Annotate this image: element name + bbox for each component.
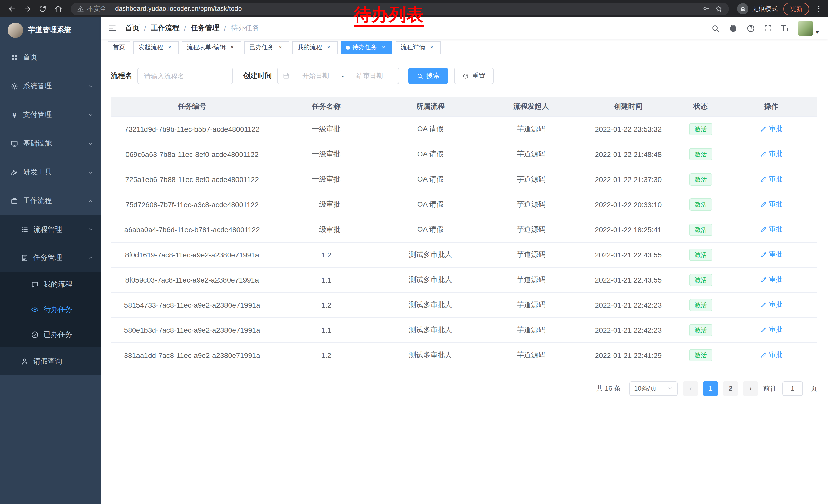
close-icon[interactable]: × — [277, 44, 284, 51]
sidebar-item-process-management[interactable]: 流程管理 — [0, 215, 100, 243]
close-icon[interactable]: × — [428, 44, 436, 51]
chevron-up-icon — [88, 255, 93, 261]
github-link[interactable] — [729, 24, 738, 33]
user-menu[interactable]: ▼ — [798, 20, 820, 36]
prev-page-button[interactable]: ‹ — [683, 381, 698, 396]
edit-icon — [760, 126, 767, 132]
font-size-button[interactable]: TT — [781, 24, 789, 32]
sidebar-item-infrastructure[interactable]: 基础设施 — [0, 129, 100, 158]
sidebar-item-label: 请假查询 — [33, 357, 62, 366]
address-bar[interactable]: 不安全 dashboard.yudao.iocoder.cn/bpm/task/… — [71, 2, 729, 15]
table-row: 069c6a63-7b8a-11ec-8ef0-acde48001122 一级审… — [111, 141, 817, 167]
home-icon — [54, 4, 62, 13]
sidebar-toggle-button[interactable] — [108, 24, 117, 33]
reset-button[interactable]: 重置 — [454, 68, 494, 84]
approve-button[interactable]: 审批 — [760, 325, 782, 334]
goto-page-input[interactable] — [782, 381, 803, 396]
search-button-label: 搜索 — [426, 71, 440, 81]
caret-down-icon: ▼ — [815, 30, 820, 35]
approve-button[interactable]: 审批 — [760, 175, 782, 184]
status-badge: 激活 — [690, 223, 712, 236]
edit-icon — [760, 176, 767, 183]
bookmark-button[interactable] — [715, 5, 723, 13]
col-header-task-id: 任务编号 — [111, 97, 273, 117]
approve-button[interactable]: 审批 — [760, 124, 782, 134]
password-key-button[interactable] — [702, 5, 710, 13]
approve-button[interactable]: 审批 — [760, 149, 782, 159]
home-button[interactable] — [51, 2, 65, 15]
cell-created: 2022-01-21 22:42:23 — [580, 317, 676, 342]
process-name-input[interactable] — [137, 68, 233, 84]
cell-created: 2022-01-22 21:37:30 — [580, 167, 676, 192]
cell-task-name: 一级审批 — [273, 117, 379, 141]
breadcrumb-workflow[interactable]: 工作流程 — [151, 24, 179, 33]
tab-my-process[interactable]: 我的流程 × — [292, 41, 338, 54]
breadcrumb-task-management[interactable]: 任务管理 — [191, 24, 219, 33]
approve-button[interactable]: 审批 — [760, 351, 782, 360]
app-logo[interactable]: 芋道管理系统 — [0, 17, 100, 43]
security-indicator[interactable]: 不安全 — [77, 4, 107, 13]
refresh-button[interactable] — [36, 2, 49, 15]
sidebar-item-dev-tools[interactable]: 研发工具 — [0, 158, 100, 187]
sidebar-item-leave-query[interactable]: 请假查询 — [0, 347, 100, 375]
close-icon[interactable]: × — [325, 44, 332, 51]
back-button[interactable] — [5, 2, 18, 15]
tab-launch-process[interactable]: 发起流程 × — [133, 41, 178, 54]
sidebar-item-task-management[interactable]: 任务管理 — [0, 243, 100, 272]
approve-button[interactable]: 审批 — [760, 225, 782, 234]
col-header-task-name: 任务名称 — [273, 97, 379, 117]
approve-button[interactable]: 审批 — [760, 200, 782, 209]
edit-icon — [760, 352, 767, 358]
gear-icon — [10, 82, 18, 90]
edit-icon — [760, 226, 767, 233]
table-row: 58154733-7ac8-11ec-a9e2-a2380e71991a 1.2… — [111, 292, 817, 317]
header-search-button[interactable] — [711, 24, 720, 33]
font-size-icon: T — [781, 24, 786, 32]
cell-task-id: 725a1eb6-7b88-11ec-8ef0-acde48001122 — [111, 167, 273, 192]
approve-button[interactable]: 审批 — [760, 275, 782, 284]
docs-help-button[interactable] — [746, 24, 755, 33]
sidebar-item-my-process[interactable]: 我的流程 — [0, 272, 100, 297]
forward-icon — [23, 4, 32, 13]
close-icon[interactable]: × — [380, 44, 387, 51]
tab-todo-tasks[interactable]: 待办任务 × — [341, 41, 392, 54]
tab-process-form-edit[interactable]: 流程表单-编辑 × — [181, 41, 241, 54]
search-button[interactable]: 搜索 — [408, 68, 448, 84]
next-page-button[interactable]: › — [743, 381, 758, 396]
refresh-icon — [462, 73, 469, 79]
date-range-picker[interactable]: 开始日期 - 结束日期 — [277, 68, 399, 84]
browser-menu-button[interactable] — [815, 5, 823, 13]
forward-button[interactable] — [20, 2, 34, 15]
fullscreen-button[interactable] — [764, 24, 772, 32]
breadcrumb-home[interactable]: 首页 — [125, 24, 139, 33]
cell-task-id: 58154733-7ac8-11ec-a9e2-a2380e71991a — [111, 292, 273, 317]
approve-label: 审批 — [769, 351, 782, 360]
clipboard-icon — [20, 254, 29, 262]
cell-created: 2022-01-21 22:43:55 — [580, 242, 676, 267]
sidebar-item-done-tasks[interactable]: 已办任务 — [0, 322, 100, 347]
update-button[interactable]: 更新 — [783, 2, 809, 15]
sidebar-item-label: 研发工具 — [23, 168, 52, 177]
approve-button[interactable]: 审批 — [760, 300, 782, 310]
page-button-1[interactable]: 1 — [703, 381, 718, 396]
sidebar-item-todo-tasks[interactable]: 待办任务 — [0, 297, 100, 322]
logo-image — [8, 22, 23, 38]
page-size-select[interactable]: 10条/页 — [629, 381, 678, 396]
approve-button[interactable]: 审批 — [760, 250, 782, 259]
navbar: 首页 / 工作流程 / 任务管理 / 待办任务 — [100, 17, 828, 39]
table-row: 725a1eb6-7b88-11ec-8ef0-acde48001122 一级审… — [111, 167, 817, 192]
sidebar-item-workflow[interactable]: 工作流程 — [0, 187, 100, 215]
screen: 不安全 dashboard.yudao.iocoder.cn/bpm/task/… — [0, 0, 828, 504]
page-button-2[interactable]: 2 — [723, 381, 738, 396]
table-row: 8f0d1619-7ac8-11ec-a9e2-a2380e71991a 1.2… — [111, 242, 817, 267]
sidebar-item-label: 待办任务 — [44, 305, 72, 314]
sidebar-item-payment[interactable]: ¥ 支付管理 — [0, 100, 100, 129]
tab-home[interactable]: 首页 — [108, 41, 130, 54]
tab-process-detail[interactable]: 流程详情 × — [396, 41, 441, 54]
tab-done-tasks[interactable]: 已办任务 × — [244, 41, 289, 54]
sidebar-item-home[interactable]: 首页 — [0, 43, 100, 72]
create-time-label: 创建时间 — [243, 71, 272, 81]
close-icon[interactable]: × — [166, 44, 173, 51]
close-icon[interactable]: × — [228, 44, 236, 51]
sidebar-item-system[interactable]: 系统管理 — [0, 72, 100, 100]
